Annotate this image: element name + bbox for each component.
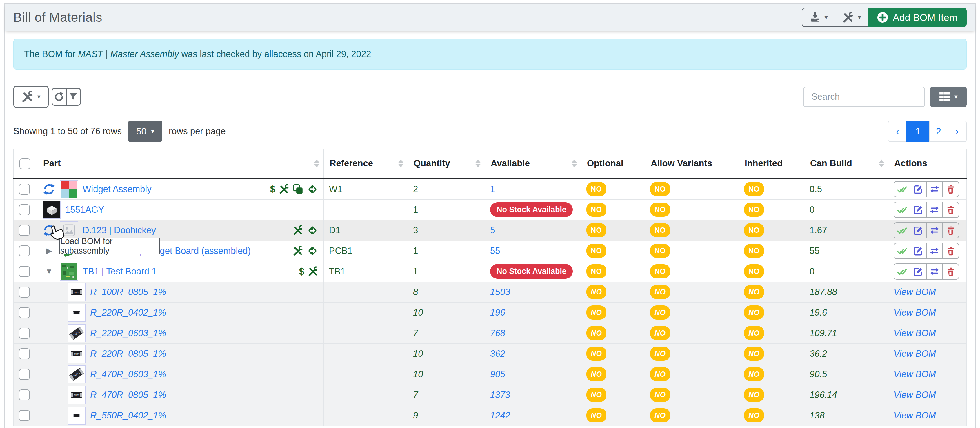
row-checkbox[interactable] (19, 245, 30, 256)
validate-bom-item-button[interactable] (894, 202, 910, 218)
edit-bom-item-button[interactable] (910, 243, 927, 259)
page-size-dropdown[interactable]: 50 ▾ (128, 121, 162, 142)
part-link[interactable]: R_220R_0603_1% (90, 328, 166, 339)
edit-bom-item-button[interactable] (910, 222, 927, 239)
bom-actions-button[interactable]: ▾ (835, 8, 869, 27)
part-thumbnail[interactable]: 0805 (68, 345, 86, 363)
part-thumbnail[interactable] (68, 304, 86, 321)
can-build-cell: 0 (804, 261, 888, 282)
columns-dropdown-button[interactable]: ▾ (930, 87, 967, 107)
available-stock-link[interactable]: 362 (490, 348, 505, 359)
available-stock-link[interactable]: 768 (490, 328, 505, 338)
row-checkbox[interactable] (19, 184, 30, 195)
pagination-page-2[interactable]: 2 (929, 121, 948, 142)
edit-bom-item-button[interactable] (910, 263, 927, 280)
part-link[interactable]: 1551AGY (65, 205, 104, 215)
row-checkbox[interactable] (19, 307, 30, 318)
part-link[interactable]: R_470R_0603_1% (90, 369, 166, 380)
pagination-page-1[interactable]: 1 (906, 121, 929, 142)
optional-badge: NO (586, 408, 606, 423)
validate-bom-item-button[interactable] (894, 243, 910, 259)
view-bom-link[interactable]: View BOM (894, 390, 936, 400)
substitutes-button[interactable] (926, 181, 943, 197)
part-thumbnail[interactable]: 0805 (68, 386, 86, 404)
collapse-caret-icon[interactable]: ▼ (45, 267, 53, 276)
part-link[interactable]: R_470R_0805_1% (90, 390, 166, 400)
available-stock-link[interactable]: 1242 (490, 410, 510, 420)
available-stock-link[interactable]: 905 (490, 369, 505, 379)
substitutes-button[interactable] (926, 263, 943, 280)
add-bom-item-button[interactable]: Add BOM Item (868, 8, 967, 27)
part-link[interactable]: R_220R_0805_1% (90, 348, 166, 359)
available-stock-link[interactable]: 1503 (490, 287, 510, 297)
part-thumbnail[interactable] (60, 180, 78, 198)
substitutes-button[interactable] (926, 243, 943, 259)
available-stock-link[interactable]: 1 (490, 184, 495, 194)
part-thumbnail[interactable] (43, 201, 60, 219)
column-header-optional: Optional (581, 149, 645, 178)
row-checkbox[interactable] (19, 286, 30, 298)
part-thumbnail[interactable] (60, 263, 78, 280)
allow-variants-badge: NO (650, 285, 670, 299)
part-link[interactable]: TB1 | Test Board 1 (83, 266, 157, 277)
view-bom-link[interactable]: View BOM (894, 348, 936, 359)
column-header-reference[interactable]: Reference (324, 149, 408, 178)
validate-bom-item-button[interactable] (894, 263, 910, 280)
delete-bom-item-button[interactable] (942, 181, 959, 197)
substitutes-button[interactable] (926, 202, 943, 218)
part-link[interactable]: R_550R_0402_1% (90, 410, 166, 421)
part-link[interactable]: R_100R_0805_1% (90, 287, 166, 297)
delete-bom-item-button[interactable] (942, 202, 959, 218)
delete-bom-item-button[interactable] (942, 222, 959, 239)
part-thumbnail[interactable]: 0805 (68, 283, 86, 301)
row-checkbox[interactable] (19, 328, 30, 339)
delete-bom-item-button[interactable] (942, 243, 959, 259)
available-stock-link[interactable]: 196 (490, 307, 505, 318)
part-link[interactable]: Widget Assembly (83, 184, 151, 194)
filter-button[interactable] (66, 88, 81, 106)
bom-tools-dropdown[interactable]: ▾ (13, 86, 49, 108)
reload-table-button[interactable] (52, 88, 67, 106)
expand-caret-icon[interactable]: ▶ (46, 246, 52, 255)
row-checkbox[interactable] (19, 390, 30, 401)
row-checkbox[interactable] (19, 348, 30, 359)
alert-text-prefix: The BOM for (24, 49, 78, 59)
part-thumbnail[interactable] (68, 407, 86, 425)
row-checkbox[interactable] (19, 410, 30, 421)
export-bom-button[interactable]: ▾ (802, 8, 835, 27)
part-link[interactable]: D.123 | Doohickey (83, 225, 156, 235)
view-bom-link[interactable]: View BOM (894, 307, 936, 318)
part-link[interactable]: R_220R_0402_1% (90, 307, 166, 318)
validate-bom-item-button[interactable] (894, 181, 910, 197)
pagination-next[interactable]: › (948, 121, 967, 142)
column-header-quantity[interactable]: Quantity (408, 149, 485, 178)
edit-bom-item-button[interactable] (910, 181, 927, 197)
row-checkbox[interactable] (19, 369, 30, 380)
available-stock-link[interactable]: 55 (490, 246, 500, 256)
delete-bom-item-button[interactable] (942, 263, 959, 280)
row-checkbox[interactable] (19, 266, 30, 277)
row-checkbox[interactable] (19, 225, 30, 236)
edit-bom-item-button[interactable] (910, 202, 927, 218)
search-input[interactable] (803, 87, 925, 107)
part-thumbnail[interactable]: 0603 (68, 365, 86, 383)
view-bom-link[interactable]: View BOM (894, 287, 936, 297)
row-checkbox[interactable] (19, 204, 30, 215)
view-bom-link[interactable]: View BOM (894, 328, 936, 338)
available-stock-link[interactable]: 5 (490, 225, 495, 235)
pagination-prev[interactable]: ‹ (888, 121, 907, 142)
select-all-checkbox[interactable] (19, 158, 30, 169)
allow-variants-badge: NO (650, 305, 670, 320)
column-header-part[interactable]: Part (37, 149, 324, 178)
allow-variants-badge: NO (650, 223, 670, 237)
part-thumbnail[interactable]: 0603 (68, 324, 86, 342)
view-bom-link[interactable]: View BOM (894, 369, 936, 379)
table-row: R_550R_0402_1% 9 1242 NO NO NO 138 View … (14, 405, 967, 426)
column-header-can-build[interactable]: Can Build (804, 149, 888, 178)
substitutes-button[interactable] (926, 222, 943, 239)
validate-bom-item-button[interactable] (894, 222, 910, 239)
available-stock-link[interactable]: 1373 (490, 390, 510, 400)
column-header-available[interactable]: Available (485, 149, 581, 178)
load-bom-icon[interactable] (43, 183, 55, 195)
view-bom-link[interactable]: View BOM (894, 410, 936, 420)
